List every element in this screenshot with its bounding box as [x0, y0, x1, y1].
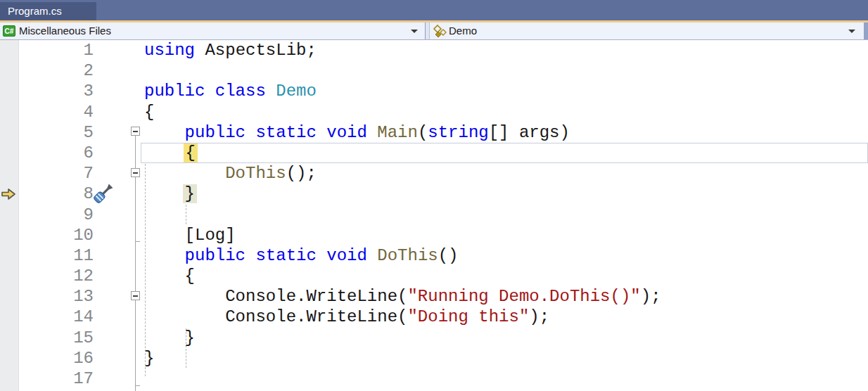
- line-number: 17: [0, 368, 94, 389]
- code-token: public static void: [185, 123, 378, 142]
- code-line[interactable]: }: [141, 348, 868, 368]
- line-number: 8: [0, 184, 94, 204]
- line-number: 9: [0, 205, 94, 225]
- code-token: [144, 184, 185, 203]
- line-number: 11: [0, 245, 94, 266]
- code-token: );: [641, 287, 661, 306]
- code-token: string: [428, 123, 488, 142]
- code-token: public class: [144, 82, 276, 101]
- code-line[interactable]: }: [141, 184, 868, 204]
- csharp-file-icon: C#: [3, 25, 15, 37]
- code-token: Console.WriteLine(: [144, 307, 407, 326]
- code-token: }: [144, 349, 154, 368]
- code-token: [145, 143, 186, 162]
- code-line[interactable]: }: [141, 328, 868, 348]
- line-number: 6: [0, 143, 94, 163]
- line-number: 3: [0, 81, 94, 101]
- type-dropdown-label: Demo: [449, 23, 477, 39]
- code-token: );: [529, 307, 549, 326]
- code-editor[interactable]: 1234567891011121314151617 using AspectsL…: [0, 40, 868, 391]
- collapse-toggle-class[interactable]: [131, 127, 140, 136]
- collapse-toggle-dothis[interactable]: [131, 291, 140, 300]
- project-dropdown-label: Miscellaneous Files: [19, 23, 111, 39]
- line-number: 5: [0, 122, 94, 143]
- code-line[interactable]: DoThis();: [141, 163, 868, 184]
- code-line[interactable]: {: [141, 143, 868, 163]
- class-icon: [433, 24, 447, 38]
- code-token: }: [144, 328, 195, 347]
- line-number: 13: [0, 286, 94, 307]
- code-line[interactable]: public static void Main(string[] args): [141, 122, 868, 143]
- line-number: 15: [0, 328, 94, 348]
- outline-end-tick: [135, 241, 140, 242]
- code-token: (: [418, 123, 428, 142]
- line-number: 1: [0, 40, 94, 60]
- code-line[interactable]: public class Demo: [141, 81, 868, 101]
- code-line[interactable]: [141, 205, 868, 225]
- code-token: [] args): [489, 123, 570, 142]
- code-token: using: [144, 41, 195, 60]
- line-number: 16: [0, 348, 94, 368]
- screwdriver-icon: [90, 182, 117, 209]
- code-token: [144, 123, 185, 142]
- chevron-down-icon[interactable]: [848, 30, 855, 33]
- code-line[interactable]: Console.WriteLine("Running Demo.DoThis()…: [141, 286, 868, 307]
- code-token: "Running Demo.DoThis()": [407, 287, 640, 306]
- code-line[interactable]: using AspectsLib;: [141, 40, 868, 60]
- code-token: {: [144, 267, 195, 286]
- code-token: Demo: [276, 82, 317, 101]
- code-token: [144, 164, 225, 183]
- code-token: (): [438, 246, 459, 265]
- collapse-toggle-main[interactable]: [131, 168, 140, 177]
- code-line[interactable]: public static void DoThis(): [141, 245, 868, 266]
- code-text-area[interactable]: using AspectsLib;public class Demo{ publ…: [141, 40, 868, 389]
- dropdown-divider: [425, 23, 430, 39]
- highlighted-brace: {: [184, 143, 198, 162]
- document-tab-strip: Program.cs: [0, 0, 868, 20]
- code-line[interactable]: {: [141, 266, 868, 286]
- code-line[interactable]: [141, 368, 868, 389]
- line-number: 12: [0, 266, 94, 286]
- code-token: "Doing this": [407, 307, 529, 326]
- line-number: 7: [0, 163, 94, 184]
- code-token: {: [144, 103, 154, 122]
- line-number: 14: [0, 307, 94, 327]
- code-token: Console.WriteLine(: [144, 287, 407, 306]
- code-token: [Log]: [144, 226, 236, 245]
- code-token: DoThis: [225, 164, 286, 183]
- code-token: Main: [377, 123, 418, 142]
- code-line[interactable]: {: [141, 102, 868, 122]
- navbar-right-edge: [864, 23, 868, 39]
- code-line[interactable]: [Log]: [141, 225, 868, 245]
- project-dropdown[interactable]: C# Miscellaneous Files: [0, 23, 425, 39]
- code-line[interactable]: [141, 60, 868, 81]
- code-token: AspectsLib;: [195, 41, 317, 60]
- line-number: 10: [0, 225, 94, 245]
- code-line[interactable]: Console.WriteLine("Doing this");: [141, 307, 868, 327]
- code-token: [144, 246, 185, 265]
- navigation-bar: C# Miscellaneous Files Demo: [0, 23, 868, 40]
- type-dropdown[interactable]: Demo: [430, 23, 864, 39]
- line-number: 2: [0, 60, 94, 81]
- line-number: 4: [0, 102, 94, 122]
- line-number-margin: 1234567891011121314151617: [0, 40, 94, 389]
- code-token: public static void: [185, 246, 378, 265]
- highlighted-brace: }: [183, 184, 197, 203]
- tab-program-cs[interactable]: Program.cs: [0, 2, 96, 20]
- chevron-down-icon[interactable]: [411, 30, 418, 33]
- outline-end-tick: [135, 385, 140, 386]
- vs-editor-window: Program.cs C# Miscellaneous Files Demo 1…: [0, 0, 868, 391]
- code-token: ();: [286, 164, 317, 183]
- code-token: DoThis: [377, 246, 438, 265]
